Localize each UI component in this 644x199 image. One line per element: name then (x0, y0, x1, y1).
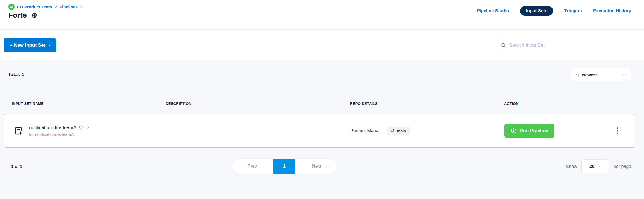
page-header: ∞ CD Product Team > Pipelines > Forte (0, 0, 644, 30)
arrow-right-icon: → (324, 164, 328, 169)
column-header-description: DESCRIPTION (166, 101, 350, 106)
summary-row: Total: 1 ↑↓ Newest (0, 61, 644, 81)
search-input[interactable] (509, 42, 630, 48)
branch-name: main (397, 129, 406, 133)
next-page-button[interactable]: Next → (312, 164, 328, 169)
arrow-left-icon: ← (241, 164, 245, 169)
breadcrumb-link-project[interactable]: CD Product Team (17, 4, 52, 9)
table-header-row: INPUT SET NAME DESCRIPTION REPO DETAILS … (12, 101, 644, 106)
chevron-down-icon (598, 165, 601, 168)
cd-module-icon: ∞ (8, 4, 15, 10)
table-row[interactable]: notification-dev-teamA 2 Id: notificatio… (4, 114, 635, 148)
tab-triggers[interactable]: Triggers (564, 8, 582, 13)
new-input-set-button[interactable]: + New Input Set ▾ (4, 38, 56, 52)
per-page-label: per page (614, 164, 631, 169)
page-title: Forte (8, 11, 27, 20)
column-header-name: INPUT SET NAME (12, 101, 166, 106)
tab-pipeline-studio[interactable]: Pipeline Studio (477, 8, 509, 13)
search-icon (500, 42, 506, 48)
next-label: Next (312, 164, 321, 169)
git-repo-icon (31, 12, 38, 19)
tag-count: 2 (87, 125, 89, 130)
prev-page-button[interactable]: ← Prev (241, 164, 257, 169)
repo-details-cell: Product-Mana... main (350, 127, 504, 135)
toolbar: + New Input Set ▾ (0, 30, 644, 61)
tag-icon (79, 125, 84, 130)
input-set-name-cell: notification-dev-teamA 2 Id: notificatio… (13, 125, 350, 137)
input-set-id: Id: notificationdevteamA (29, 132, 89, 137)
breadcrumb-separator: > (80, 4, 83, 9)
total-count-label: Total: 1 (8, 72, 24, 77)
tab-execution-history[interactable]: Execution History (593, 8, 631, 13)
git-branch-icon (391, 129, 395, 133)
sort-selected-value: Newest (582, 72, 619, 77)
sort-arrows-icon: ↑↓ (576, 72, 579, 77)
page-size-value: 20 (589, 164, 594, 169)
input-set-list-section: Total: 1 ↑↓ Newest INPUT SET NAME DESCRI… (0, 61, 644, 199)
input-set-name-block: notification-dev-teamA 2 Id: notificatio… (29, 125, 89, 137)
page-size-dropdown[interactable]: 20 (581, 160, 609, 173)
current-page-button[interactable]: 1 (273, 159, 295, 174)
input-set-icon (13, 126, 23, 136)
prev-label: Prev (248, 164, 257, 169)
repo-name: Product-Mana... (350, 128, 382, 133)
play-circle-icon (511, 128, 517, 134)
input-sets-page: ∞ CD Product Team > Pipelines > Forte (0, 0, 644, 199)
pipeline-tabs: Pipeline Studio Input Sets Triggers Exec… (477, 6, 631, 16)
show-label: Show (566, 164, 577, 169)
input-set-name: notification-dev-teamA (29, 125, 76, 131)
page-size-control: Show 20 per page (566, 160, 631, 173)
column-header-action: ACTION (504, 101, 644, 106)
page-range-label: 1 of 1 (11, 164, 22, 169)
action-cell: Run Pipeline (504, 114, 635, 147)
column-header-repo-details: REPO DETAILS (350, 101, 504, 106)
pager: ← Prev 1 Next → (232, 159, 337, 174)
pagination: 1 of 1 ← Prev 1 Next → Show 20 (0, 159, 644, 174)
search-box[interactable] (496, 39, 634, 52)
chevron-down-icon (622, 73, 626, 77)
breadcrumb-separator: > (55, 4, 57, 9)
row-options-menu-icon[interactable] (614, 125, 620, 137)
branch-chip: main (387, 127, 410, 135)
run-pipeline-label: Run Pipeline (520, 128, 548, 134)
breadcrumb-link-pipelines[interactable]: Pipelines (59, 4, 78, 9)
caret-down-icon: ▾ (48, 44, 50, 47)
run-pipeline-button[interactable]: Run Pipeline (504, 124, 554, 138)
sort-dropdown[interactable]: ↑↓ Newest (571, 68, 631, 81)
tab-input-sets[interactable]: Input Sets (520, 6, 553, 16)
new-input-set-label: + New Input Set (10, 42, 45, 48)
